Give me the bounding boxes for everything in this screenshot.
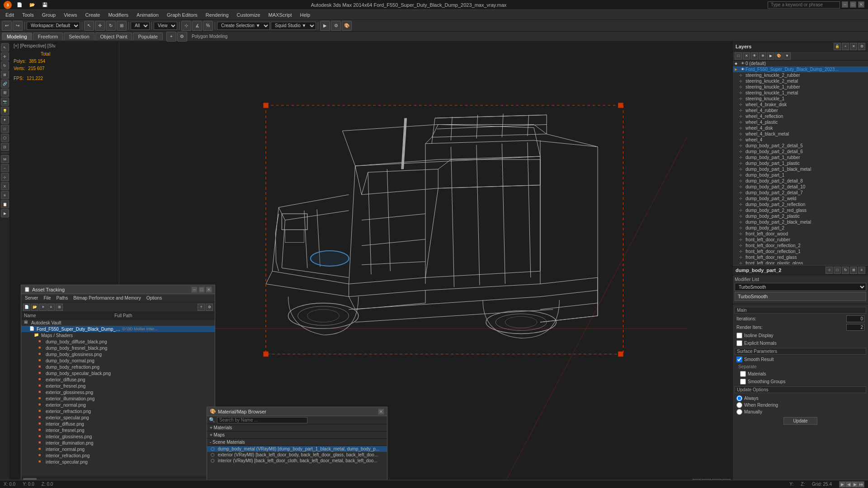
list-item[interactable]: ■ exterior_fresnel.png bbox=[21, 383, 215, 389]
list-item[interactable]: ■ interior_glossiness.png bbox=[21, 433, 215, 440]
subtb-add[interactable]: + bbox=[166, 32, 176, 42]
layer-item[interactable]: ⊹ steering_knuckle_1_metal bbox=[733, 90, 868, 96]
layer-item[interactable]: ⊹ steering_knuckle_2_metal bbox=[733, 78, 868, 84]
lt-render[interactable]: ▶ bbox=[767, 52, 774, 60]
layer-item[interactable]: ⊹ dump_body_part_2_detail_7 bbox=[733, 190, 868, 196]
at-tb-help[interactable]: ? bbox=[198, 304, 205, 311]
lt-shapes[interactable]: □ bbox=[1, 125, 9, 133]
layer-item[interactable]: ⊹ dump_body_part_2 bbox=[733, 225, 868, 231]
mat-section-maps[interactable]: + Maps bbox=[207, 432, 387, 439]
main-section-title[interactable]: Main bbox=[735, 307, 866, 314]
window-icon-save[interactable]: 💾 bbox=[40, 0, 50, 10]
menu-animation[interactable]: Animation bbox=[133, 11, 162, 19]
menu-graph-editors[interactable]: Graph Editors bbox=[163, 11, 201, 19]
update-options-title[interactable]: Update Options bbox=[735, 386, 866, 393]
update-always-option[interactable]: Always bbox=[736, 395, 864, 402]
layers-lock-icon[interactable]: 🔒 bbox=[834, 43, 841, 50]
layer-item[interactable]: ⊹ front_left_door_rubber bbox=[733, 237, 868, 243]
lt-move[interactable]: ✛ bbox=[1, 52, 9, 61]
viewport[interactable]: [+] [Perspective] [Shaded + Edged Faces]… bbox=[10, 42, 732, 488]
tab-object-paint[interactable]: Object Paint bbox=[95, 33, 132, 40]
update-when-rendering-option[interactable]: When Rendering bbox=[736, 402, 864, 408]
layer-item[interactable]: ⊹ dump_body_part_1_plastic bbox=[733, 160, 868, 166]
lt-render[interactable]: ▶ bbox=[1, 209, 9, 217]
at-maximize[interactable]: □ bbox=[198, 286, 205, 293]
lt-visible[interactable]: 👁 bbox=[751, 52, 758, 60]
layer-item[interactable]: ⊹ steering_knuckle_2_rubber bbox=[733, 72, 868, 78]
menu-help[interactable]: Help bbox=[297, 11, 314, 19]
layer-item[interactable]: ⊹ dump_body_part_2_weld bbox=[733, 196, 868, 202]
layer-item[interactable]: ⊹ dump_body_part_2_red_glass bbox=[733, 207, 868, 213]
tb-rotate[interactable]: ↻ bbox=[106, 21, 116, 31]
layer-item[interactable]: ⊹ front_left_door_reflection_1 bbox=[733, 249, 868, 254]
explicit-normals-checkbox[interactable] bbox=[736, 340, 742, 346]
close-button[interactable]: ✕ bbox=[858, 1, 864, 8]
layer-item[interactable]: ⊹ wheel_4_brake_disk bbox=[733, 102, 868, 108]
layer-item[interactable]: ⊹ front_left_door_red_glass bbox=[733, 254, 868, 260]
list-item[interactable]: ■ dump_body_normal.png bbox=[21, 357, 215, 364]
layer-item[interactable]: ⊹ steering_knuckle_1 bbox=[733, 96, 868, 102]
layers-add-icon[interactable]: + bbox=[842, 43, 849, 50]
modifier-dropdown[interactable]: TurboSmooth bbox=[735, 283, 866, 291]
at-close[interactable]: ✕ bbox=[206, 286, 212, 293]
lt-camera[interactable]: 📷 bbox=[1, 98, 9, 106]
tb-select[interactable]: ↖ bbox=[84, 21, 94, 31]
mat-item-exterior[interactable]: ⬡ exterior (VRayMtl) [back_left_door_bod… bbox=[207, 452, 387, 458]
menu-views[interactable]: Views bbox=[60, 11, 80, 19]
layer-item[interactable]: ⊹ dump_body_part_2_detail_8 bbox=[733, 178, 868, 184]
tb-snaps[interactable]: ⊹ bbox=[181, 21, 191, 31]
list-item[interactable]: ■ exterior_refraction.png bbox=[21, 408, 215, 414]
list-item[interactable]: ■ interior_normal.png bbox=[21, 446, 215, 452]
list-item[interactable]: 📄 Ford_F550_Super_Duty_Black_Dump_2023_m… bbox=[21, 326, 215, 332]
tab-populate[interactable]: Populate bbox=[133, 33, 162, 40]
layers-settings-icon[interactable]: ⚙ bbox=[858, 43, 865, 50]
minimize-button[interactable]: ─ bbox=[842, 1, 848, 8]
layers-delete-icon[interactable]: ✕ bbox=[850, 43, 857, 50]
menu-create[interactable]: Create bbox=[81, 11, 104, 19]
layer-item[interactable]: ⊹ front_left_door_wood bbox=[733, 231, 868, 237]
list-item[interactable]: ■ exterior_specular.png bbox=[21, 414, 215, 421]
lt-layer-manager[interactable]: ≡ bbox=[1, 191, 9, 199]
list-item[interactable]: ■ exterior_illumination.png bbox=[21, 395, 215, 402]
layer-item-ford[interactable]: ▶ 👁 Ford_F550_Super_Duty_Black_Dump_2023… bbox=[733, 66, 868, 72]
tb-scale[interactable]: ⊞ bbox=[117, 21, 127, 31]
list-item[interactable]: ■ exterior_diffuse.png bbox=[21, 376, 215, 383]
smoothing-groups-checkbox[interactable] bbox=[740, 379, 746, 385]
layer-item[interactable]: ⊹ dump_body_part_2_black_metal bbox=[733, 219, 868, 225]
smooth-result-checkbox[interactable] bbox=[736, 357, 742, 362]
lt-helpers[interactable]: ✦ bbox=[1, 116, 9, 124]
tb-angle-snap[interactable]: ∡ bbox=[192, 21, 202, 31]
tb-move[interactable]: ✛ bbox=[95, 21, 105, 31]
material-search-input[interactable] bbox=[217, 417, 307, 423]
materials-checkbox[interactable] bbox=[740, 371, 746, 377]
lt-material[interactable]: M bbox=[1, 155, 9, 163]
at-tb-grid[interactable]: ⊞ bbox=[56, 304, 63, 311]
layer-item[interactable]: ⊹ dump_body_part_2_plastic bbox=[733, 213, 868, 219]
create-selection-dropdown[interactable]: Create Selection ▼ bbox=[217, 22, 270, 30]
at-tb-delete[interactable]: ✕ bbox=[39, 304, 47, 311]
tb-undo[interactable]: ↩ bbox=[2, 21, 12, 31]
layer-item[interactable]: ⊹ wheel_4_reflection bbox=[733, 113, 868, 119]
props-icon-5[interactable]: ≡ bbox=[858, 267, 865, 274]
surface-params-title[interactable]: Surface Parameters bbox=[735, 348, 866, 355]
layer-item[interactable]: ⊹ dump_body_part_1_black_metal bbox=[733, 166, 868, 172]
list-item[interactable]: ■ dump_body_fresnel_black.png bbox=[21, 345, 215, 351]
layer-item[interactable]: ⊹ wheel_4_black_metal bbox=[733, 131, 868, 137]
lt-scale[interactable]: ⊞ bbox=[1, 70, 9, 79]
selection-set-dropdown[interactable]: All bbox=[131, 22, 150, 30]
tab-selection[interactable]: Selection bbox=[64, 33, 94, 40]
lt-align[interactable]: ⊡ bbox=[1, 143, 9, 151]
lt-rotate[interactable]: ↻ bbox=[1, 61, 9, 70]
menu-tools[interactable]: Tools bbox=[19, 11, 38, 19]
list-item[interactable]: ■ exterior_normal.png bbox=[21, 402, 215, 408]
subtb-options[interactable]: ⚙ bbox=[177, 32, 187, 42]
layer-item[interactable]: ⊹ front_left_door_reflection_2 bbox=[733, 243, 868, 249]
lt-unlink[interactable]: ⛓ bbox=[1, 89, 9, 97]
list-item[interactable]: 📁 Maps / Shaders bbox=[21, 332, 215, 338]
list-item[interactable]: ■ dump_body_diffuse_black.png bbox=[21, 338, 215, 345]
layer-item[interactable]: ⊹ dump_body_part_1_rubber bbox=[733, 155, 868, 160]
menu-edit[interactable]: Edit bbox=[2, 11, 18, 19]
list-item[interactable]: ■ interior_illumination.png bbox=[21, 440, 215, 446]
list-item[interactable]: ■ interior_diffuse.png bbox=[21, 421, 215, 427]
menu-modifiers[interactable]: Modifiers bbox=[104, 11, 132, 19]
